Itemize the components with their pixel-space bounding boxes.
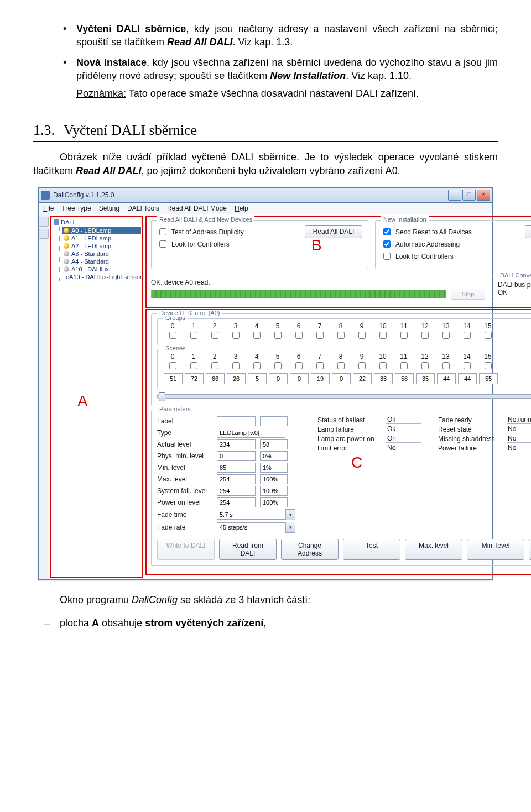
scene-checkbox[interactable] bbox=[253, 362, 261, 369]
scene-checkbox[interactable] bbox=[169, 362, 176, 369]
scene-value-input[interactable] bbox=[248, 373, 267, 384]
scene-checkbox[interactable] bbox=[400, 362, 408, 369]
scene-value-input[interactable] bbox=[353, 373, 372, 384]
param-input-pct[interactable] bbox=[260, 463, 288, 473]
param-input[interactable] bbox=[217, 463, 256, 473]
param-input[interactable] bbox=[217, 451, 256, 461]
scene-value-input[interactable] bbox=[374, 373, 393, 384]
group-checkbox[interactable] bbox=[400, 332, 408, 339]
scene-value-input[interactable] bbox=[206, 373, 225, 384]
scene-checkbox[interactable] bbox=[190, 362, 197, 369]
param-input[interactable] bbox=[217, 486, 256, 496]
window-minimize-button[interactable]: _ bbox=[448, 190, 461, 201]
scene-value-input[interactable] bbox=[269, 373, 288, 384]
group-checkbox[interactable] bbox=[232, 332, 240, 339]
scene-value-input[interactable] bbox=[395, 373, 414, 384]
scene-checkbox[interactable] bbox=[358, 362, 366, 369]
group-checkbox[interactable] bbox=[253, 332, 261, 339]
action-button[interactable]: Test bbox=[343, 539, 400, 560]
scene-checkbox[interactable] bbox=[464, 362, 471, 369]
stop-button[interactable]: Stop bbox=[451, 289, 485, 300]
group-checkbox[interactable] bbox=[464, 332, 471, 339]
checkbox-controllers[interactable]: Look for Controllers bbox=[157, 239, 244, 249]
group-checkbox[interactable] bbox=[337, 332, 345, 339]
param-input-pct[interactable] bbox=[260, 451, 288, 461]
action-button[interactable]: Min. level bbox=[467, 539, 524, 560]
group-checkbox[interactable] bbox=[316, 332, 324, 339]
param-input-pct[interactable] bbox=[260, 416, 288, 426]
tree-item[interactable]: eA10 - DALIlux-Light sensor bbox=[62, 273, 141, 281]
group-checkbox[interactable] bbox=[211, 332, 218, 339]
group-checkbox[interactable] bbox=[274, 332, 282, 339]
tree-item[interactable]: A1 - LEDLamp bbox=[62, 234, 141, 242]
checkbox-controllers-2[interactable]: Look for Controllers bbox=[381, 251, 472, 261]
param-input-pct[interactable] bbox=[260, 474, 288, 484]
param-input[interactable] bbox=[217, 474, 256, 484]
group-checkbox[interactable] bbox=[295, 332, 303, 339]
window-maximize-button[interactable]: □ bbox=[462, 190, 476, 201]
checkbox-auto-address[interactable]: Automatic Addressing bbox=[381, 239, 472, 249]
scene-checkbox[interactable] bbox=[485, 362, 492, 369]
tree-item[interactable]: A3 - Standard bbox=[62, 250, 141, 258]
scene-checkbox[interactable] bbox=[316, 362, 324, 369]
level-slider[interactable] bbox=[157, 394, 531, 399]
chevron-down-icon[interactable]: ▾ bbox=[285, 509, 295, 520]
group-checkbox[interactable] bbox=[358, 332, 366, 339]
scene-checkbox[interactable] bbox=[274, 362, 282, 369]
scene-value-input[interactable] bbox=[437, 373, 456, 384]
menu-item[interactable]: Setting bbox=[99, 205, 119, 212]
group-checkbox[interactable] bbox=[421, 332, 429, 339]
toolstrip-button[interactable] bbox=[39, 217, 49, 227]
scene-value-input[interactable] bbox=[311, 373, 330, 384]
scene-value-input[interactable] bbox=[185, 373, 204, 384]
param-input[interactable] bbox=[217, 428, 285, 438]
scene-checkbox[interactable] bbox=[379, 362, 387, 369]
window-close-button[interactable]: × bbox=[477, 190, 490, 201]
tree-root[interactable]: DALI bbox=[53, 219, 141, 226]
param-input-pct[interactable] bbox=[260, 439, 288, 449]
action-button[interactable]: Read from DALI bbox=[219, 539, 277, 560]
group-checkbox[interactable] bbox=[485, 332, 492, 339]
scene-value-input[interactable] bbox=[416, 373, 435, 384]
group-checkbox[interactable] bbox=[379, 332, 387, 339]
param-input-pct[interactable] bbox=[260, 497, 288, 507]
param-input-pct[interactable] bbox=[260, 486, 288, 496]
group-checkbox[interactable] bbox=[169, 332, 176, 339]
action-button[interactable]: Off bbox=[529, 539, 531, 560]
scene-checkbox[interactable] bbox=[421, 362, 429, 369]
scene-checkbox[interactable] bbox=[211, 362, 218, 369]
menu-item[interactable]: Tree Type bbox=[61, 205, 91, 212]
group-checkbox[interactable] bbox=[190, 332, 197, 339]
toolstrip-button[interactable] bbox=[39, 229, 49, 239]
action-button[interactable]: Write to DALI bbox=[157, 539, 215, 560]
menu-item[interactable]: Read All DALI Mode bbox=[167, 205, 227, 212]
param-input[interactable] bbox=[217, 416, 256, 426]
param-combo[interactable] bbox=[217, 522, 285, 532]
scene-value-input[interactable] bbox=[479, 373, 498, 384]
param-combo[interactable] bbox=[217, 510, 285, 520]
scene-checkbox[interactable] bbox=[295, 362, 303, 369]
scene-checkbox[interactable] bbox=[232, 362, 240, 369]
tree-item[interactable]: A4 - Standard bbox=[62, 258, 141, 265]
menu-item[interactable]: DALI Tools bbox=[127, 205, 159, 212]
group-checkbox[interactable] bbox=[442, 332, 450, 339]
new-installation-button[interactable]: New Installation bbox=[525, 225, 531, 238]
param-input[interactable] bbox=[217, 439, 256, 449]
scene-value-input[interactable] bbox=[332, 373, 351, 384]
action-button[interactable]: Change Address bbox=[281, 539, 339, 560]
menu-item[interactable]: File bbox=[43, 205, 54, 212]
scene-value-input[interactable] bbox=[290, 373, 309, 384]
scene-value-input[interactable] bbox=[458, 373, 477, 384]
tree-item[interactable]: A2 - LEDLamp bbox=[62, 242, 141, 250]
scene-checkbox[interactable] bbox=[442, 362, 450, 369]
tree-item[interactable]: A0 - LEDLamp bbox=[62, 227, 141, 234]
scene-value-input[interactable] bbox=[227, 373, 246, 384]
chevron-down-icon[interactable]: ▾ bbox=[285, 522, 295, 533]
menu-item[interactable]: Help bbox=[235, 205, 248, 212]
param-input[interactable] bbox=[217, 497, 256, 507]
scene-checkbox[interactable] bbox=[337, 362, 345, 369]
checkbox-duplicity[interactable]: Test of Address Duplicity bbox=[157, 227, 244, 237]
scene-value-input[interactable] bbox=[164, 373, 183, 384]
tree-item[interactable]: A10 - DALIlux bbox=[62, 265, 141, 273]
checkbox-send-reset[interactable]: Send Reset to All Devices bbox=[381, 227, 472, 237]
